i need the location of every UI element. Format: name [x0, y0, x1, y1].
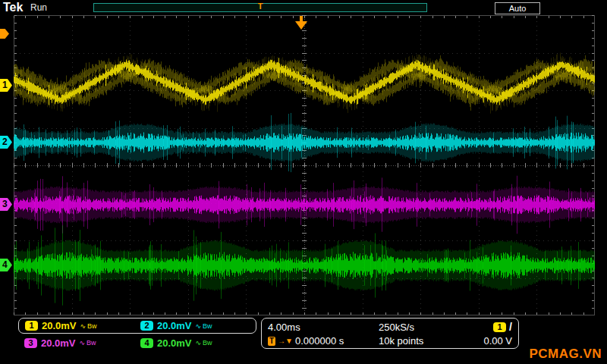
sample-rate: 250kS/s [379, 322, 468, 333]
channel-3-coupling-icon: ∿ [80, 339, 86, 347]
channel-readouts-top: 1 20.0mV ∿ Bw 2 20.0mV ∿ Bw [18, 318, 256, 334]
channel-2-badge[interactable]: 2 [140, 321, 153, 331]
channel-1-coupling-icon: ∿ [80, 322, 86, 330]
channel-3-marker[interactable]: 3 [0, 198, 12, 211]
record-length: 10k points [379, 335, 468, 347]
channel-3-readout[interactable]: 3 20.0mV ∿ Bw [24, 337, 134, 349]
trigger-position-arrow[interactable] [295, 16, 307, 30]
horizontal-trigger-box: 4.00ms 250kS/s 1 / T →▼ 0.000000 s 10k p… [261, 318, 519, 349]
channel-1-scale[interactable]: 20.0mV [42, 320, 77, 331]
trigger-position-marker[interactable]: T [258, 2, 263, 11]
trigger-source-badge[interactable]: 1 [493, 322, 506, 332]
channel-1-marker[interactable]: 1 [0, 79, 12, 92]
channel-2-marker[interactable]: 2 [0, 136, 12, 149]
channel-2-coupling-icon: ∿ [196, 322, 202, 330]
channel-3-badge[interactable]: 3 [24, 338, 37, 348]
trigger-level-value[interactable]: 0.00 V [483, 335, 512, 347]
channel-readouts-bottom: 3 20.0mV ∿ Bw 4 20.0mV ∿ Bw [18, 336, 256, 350]
channel-4-marker[interactable]: 4 [0, 259, 12, 271]
trigger-position-value[interactable]: 0.000000 s [295, 335, 344, 347]
channel-2-scale[interactable]: 20.0mV [157, 320, 192, 331]
channel-4-coupling-icon: ∿ [196, 339, 202, 347]
channel-1-badge[interactable]: 1 [25, 321, 38, 331]
trigger-mode-badge: Auto [495, 2, 540, 14]
watermark: PCMAG.VN [529, 347, 602, 362]
oscilloscope-screen: Tek Run T Auto 1 2 3 4 1 20.0mV ∿ Bw 2 2… [0, 0, 607, 364]
channel-3-bandwidth-icon: Bw [86, 339, 96, 347]
trigger-arrow-icon: →▼ [278, 337, 293, 345]
channel-4-scale[interactable]: 20.0mV [157, 337, 192, 349]
horizontal-scale[interactable]: 4.00ms [268, 322, 379, 333]
scope-canvas [14, 15, 595, 315]
channel-2-readout[interactable]: 2 20.0mV ∿ Bw [140, 320, 250, 331]
trigger-position-readout[interactable]: T →▼ 0.000000 s [268, 335, 379, 347]
channel-4-bandwidth-icon: Bw [203, 339, 212, 347]
trigger-source[interactable]: 1 / [493, 321, 512, 333]
channel-1-readout[interactable]: 1 20.0mV ∿ Bw [25, 320, 134, 331]
trigger-arrow-head [295, 21, 307, 30]
acquisition-status: Run [30, 2, 47, 13]
channel-3-scale[interactable]: 20.0mV [41, 337, 76, 349]
trigger-slope-icon: / [509, 321, 512, 333]
channel-4-readout[interactable]: 4 20.0mV ∿ Bw [140, 337, 250, 349]
trigger-t-icon: T [268, 337, 275, 346]
channel-4-badge[interactable]: 4 [140, 338, 153, 348]
record-view-bar[interactable]: T [93, 3, 427, 12]
channel-1-bandwidth-icon: Bw [87, 322, 97, 330]
left-orange-marker[interactable] [0, 29, 9, 39]
trigger-arrow-stem [300, 16, 303, 21]
channel-2-bandwidth-icon: Bw [203, 322, 212, 330]
brand-logo: Tek [3, 1, 23, 14]
